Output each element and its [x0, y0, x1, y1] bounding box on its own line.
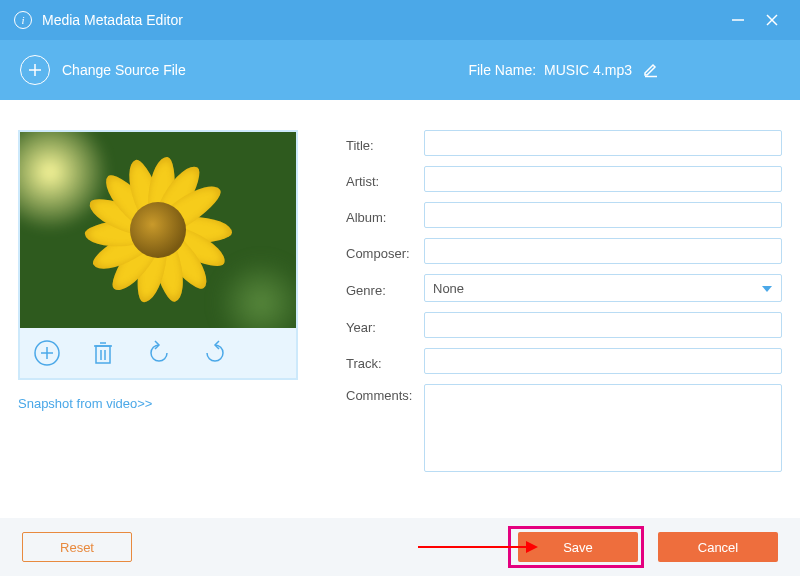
- change-source-button[interactable]: Change Source File: [20, 55, 186, 85]
- composer-input[interactable]: [424, 238, 782, 264]
- chevron-down-icon: [761, 281, 773, 296]
- footer: Reset Save Cancel: [0, 518, 800, 576]
- rotate-right-button[interactable]: [200, 338, 230, 368]
- plus-icon: [20, 55, 50, 85]
- album-input[interactable]: [424, 202, 782, 228]
- add-art-button[interactable]: [32, 338, 62, 368]
- genre-select[interactable]: None: [424, 274, 782, 302]
- genre-selected-value: None: [433, 281, 464, 296]
- svg-marker-14: [762, 286, 772, 292]
- filename-value: MUSIC 4.mp3: [544, 62, 632, 78]
- minimize-button[interactable]: [724, 6, 752, 34]
- genre-label: Genre:: [346, 279, 424, 298]
- year-label: Year:: [346, 316, 424, 335]
- comments-input[interactable]: [424, 384, 782, 472]
- album-art-frame: [18, 130, 298, 380]
- svg-rect-9: [96, 346, 110, 363]
- info-icon: i: [14, 11, 32, 29]
- reset-button[interactable]: Reset: [22, 532, 132, 562]
- artist-input[interactable]: [424, 166, 782, 192]
- comments-label: Comments:: [346, 384, 424, 403]
- change-source-label: Change Source File: [62, 62, 186, 78]
- album-art[interactable]: [20, 132, 296, 328]
- snapshot-link[interactable]: Snapshot from video>>: [18, 396, 298, 411]
- track-input[interactable]: [424, 348, 782, 374]
- cancel-button[interactable]: Cancel: [658, 532, 778, 562]
- artist-label: Artist:: [346, 170, 424, 189]
- save-button[interactable]: Save: [518, 532, 638, 562]
- filename-section: File Name: MUSIC 4.mp3: [468, 60, 660, 81]
- track-label: Track:: [346, 352, 424, 371]
- left-panel: Snapshot from video>>: [18, 130, 298, 518]
- art-toolbar: [20, 328, 296, 378]
- window-title: Media Metadata Editor: [42, 12, 183, 28]
- edit-filename-button[interactable]: [642, 60, 660, 81]
- filename-label: File Name:: [468, 62, 536, 78]
- year-input[interactable]: [424, 312, 782, 338]
- composer-label: Composer:: [346, 242, 424, 261]
- close-button[interactable]: [758, 6, 786, 34]
- rotate-left-button[interactable]: [144, 338, 174, 368]
- title-bar: i Media Metadata Editor: [0, 0, 800, 40]
- form-panel: Title: Artist: Album: Composer: Genre: N…: [298, 130, 782, 518]
- album-label: Album:: [346, 206, 424, 225]
- toolbar: Change Source File File Name: MUSIC 4.mp…: [0, 40, 800, 100]
- title-input[interactable]: [424, 130, 782, 156]
- delete-art-button[interactable]: [88, 338, 118, 368]
- title-label: Title:: [346, 134, 424, 153]
- content: Snapshot from video>> Title: Artist: Alb…: [0, 100, 800, 518]
